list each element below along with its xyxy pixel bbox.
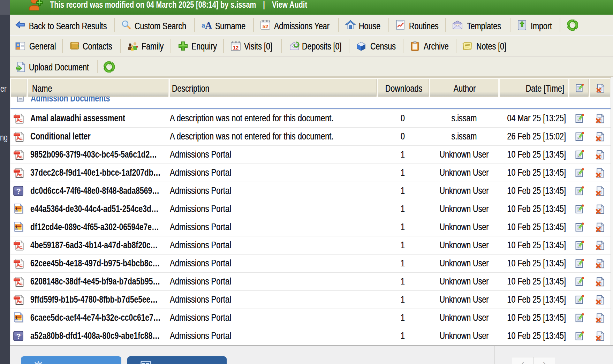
- svg-text:A: A: [205, 20, 212, 29]
- svg-text:?: ?: [16, 187, 21, 196]
- svg-text:a: a: [202, 21, 205, 29]
- svg-text:12: 12: [233, 45, 239, 51]
- svg-text:52: 52: [263, 23, 268, 29]
- svg-text:?: ?: [16, 332, 21, 341]
